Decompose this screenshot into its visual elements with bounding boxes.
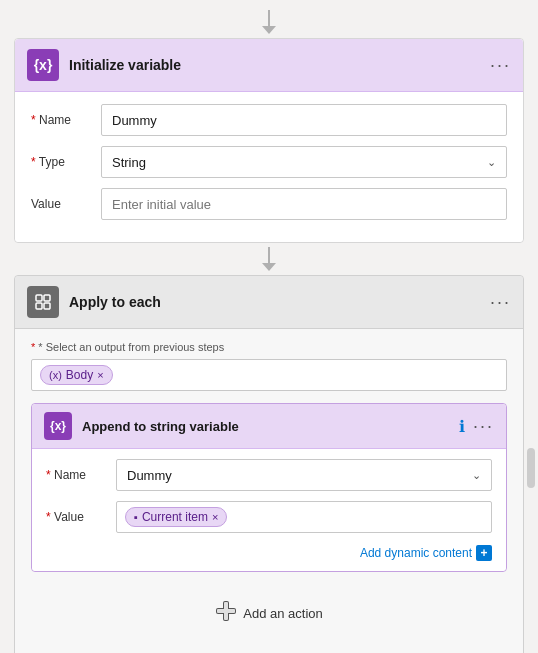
add-action-icon xyxy=(215,600,237,627)
svg-rect-3 xyxy=(44,303,50,309)
initialize-variable-header: {x} Initialize variable ··· xyxy=(15,39,523,92)
apply-to-each-menu[interactable]: ··· xyxy=(490,292,511,313)
current-item-close[interactable]: × xyxy=(212,511,218,523)
append-name-label: Name xyxy=(46,468,116,482)
type-select[interactable]: String ⌄ xyxy=(101,146,507,178)
add-dynamic-plus-icon: + xyxy=(476,545,492,561)
apply-to-each-card: Apply to each ··· * Select an output fro… xyxy=(14,275,524,653)
type-label: Type xyxy=(31,155,101,169)
value-field-row: Value xyxy=(31,188,507,220)
svg-rect-1 xyxy=(44,295,50,301)
add-dynamic-label: Add dynamic content xyxy=(360,546,472,560)
name-input[interactable] xyxy=(101,104,507,136)
append-string-variable-card: {x} Append to string variable ℹ ··· Name… xyxy=(31,403,507,572)
apply-to-each-body: * Select an output from previous steps (… xyxy=(15,329,523,653)
add-dynamic-area: Add dynamic content + xyxy=(46,543,492,561)
add-action-label: Add an action xyxy=(243,606,323,621)
current-item-token[interactable]: ▪ Current item × xyxy=(125,507,227,527)
add-action-area: Add an action xyxy=(31,580,507,647)
initialize-variable-icon: {x} xyxy=(27,49,59,81)
svg-rect-7 xyxy=(224,602,228,620)
body-token-icon: (x) xyxy=(49,369,62,381)
apply-to-each-title: Apply to each xyxy=(69,294,490,310)
current-item-label: Current item xyxy=(142,510,208,524)
scrollbar-handle[interactable] xyxy=(527,448,535,488)
svg-rect-2 xyxy=(36,303,42,309)
body-token-close[interactable]: × xyxy=(97,369,103,381)
append-string-icon: {x} xyxy=(44,412,72,440)
append-value-label: Value xyxy=(46,510,116,524)
add-dynamic-link[interactable]: Add dynamic content + xyxy=(360,545,492,561)
initialize-variable-menu[interactable]: ··· xyxy=(490,55,511,76)
append-name-select[interactable]: Dummy ⌄ xyxy=(116,459,492,491)
initialize-variable-body: Name Type String ⌄ Value xyxy=(15,92,523,242)
name-field-row: Name xyxy=(31,104,507,136)
apply-to-each-icon xyxy=(27,286,59,318)
append-value-field-row: Value ▪ Current item × xyxy=(46,501,492,533)
append-string-header: {x} Append to string variable ℹ ··· xyxy=(32,404,506,449)
body-token[interactable]: (x) Body × xyxy=(40,365,113,385)
append-string-title: Append to string variable xyxy=(82,419,459,434)
type-select-value: String xyxy=(112,155,146,170)
apply-to-each-header: Apply to each ··· xyxy=(15,276,523,329)
initialize-variable-card: {x} Initialize variable ··· Name Type St… xyxy=(14,38,524,243)
add-action-button[interactable]: Add an action xyxy=(215,600,323,627)
name-label: Name xyxy=(31,113,101,127)
select-output-input[interactable]: (x) Body × xyxy=(31,359,507,391)
append-name-chevron-icon: ⌄ xyxy=(472,469,481,482)
append-value-input[interactable]: ▪ Current item × xyxy=(116,501,492,533)
append-name-value: Dummy xyxy=(127,468,172,483)
type-field-row: Type String ⌄ xyxy=(31,146,507,178)
current-item-icon: ▪ xyxy=(134,511,138,523)
append-string-menu[interactable]: ··· xyxy=(473,416,494,437)
value-label: Value xyxy=(31,197,101,211)
initialize-variable-title: Initialize variable xyxy=(69,57,490,73)
append-string-body: Name Dummy ⌄ Value ▪ Current item × xyxy=(32,449,506,571)
svg-rect-0 xyxy=(36,295,42,301)
body-token-label: Body xyxy=(66,368,93,382)
info-icon[interactable]: ℹ xyxy=(459,417,465,436)
select-output-label: * Select an output from previous steps xyxy=(31,341,507,353)
value-input[interactable] xyxy=(101,188,507,220)
append-name-field-row: Name Dummy ⌄ xyxy=(46,459,492,491)
type-chevron-icon: ⌄ xyxy=(487,156,496,169)
